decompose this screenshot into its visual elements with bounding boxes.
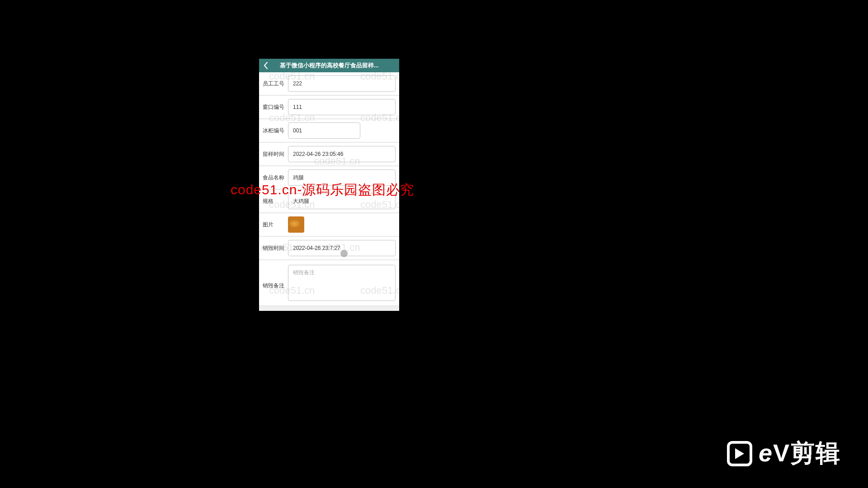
row-image: 图片 (259, 213, 399, 237)
row-food-name: 食品名称 (259, 166, 399, 190)
page-title: 基于微信小程序的高校餐厅食品留样... (273, 61, 399, 70)
input-sample-time[interactable] (288, 146, 396, 162)
row-freezer-no: 冰柜编号 (259, 119, 399, 143)
input-destroy-note[interactable] (288, 265, 396, 301)
input-freezer-no[interactable] (288, 122, 360, 139)
label-window-no: 窗口编号 (263, 103, 288, 111)
row-window-no: 窗口编号 (259, 96, 399, 119)
label-destroy-time: 销毁时间 (263, 244, 288, 252)
food-image-thumbnail[interactable] (288, 216, 304, 233)
chevron-left-icon (264, 62, 268, 69)
input-food-name[interactable] (288, 169, 396, 186)
label-freezer-no: 冰柜编号 (263, 127, 288, 135)
ev-brand-text: eV剪辑 (759, 437, 841, 470)
phone-frame: 基于微信小程序的高校餐厅食品留样... 员工工号 窗口编号 冰柜编号 留样时间 … (259, 59, 399, 311)
app-header: 基于微信小程序的高校餐厅食品留样... (259, 59, 399, 72)
row-spec: 规格 (259, 190, 399, 213)
form-area: 员工工号 窗口编号 冰柜编号 留样时间 食品名称 规格 图片 (259, 72, 399, 306)
ev-editor-logo: eV剪辑 (727, 437, 841, 470)
input-window-no[interactable] (288, 99, 396, 115)
row-employee-id: 员工工号 (259, 72, 399, 96)
label-image: 图片 (263, 221, 288, 229)
input-destroy-time[interactable] (288, 240, 396, 256)
label-spec: 规格 (263, 197, 288, 205)
input-employee-id[interactable] (288, 75, 396, 92)
row-destroy-time: 销毁时间 (259, 237, 399, 260)
label-employee-id: 员工工号 (263, 80, 288, 88)
label-food-name: 食品名称 (263, 174, 288, 182)
row-destroy-note: 销毁备注 (259, 260, 399, 306)
input-spec[interactable] (288, 193, 396, 209)
play-icon (727, 441, 752, 466)
label-destroy-note: 销毁备注 (263, 282, 288, 290)
back-button[interactable] (259, 59, 273, 72)
row-sample-time: 留样时间 (259, 143, 399, 166)
label-sample-time: 留样时间 (263, 150, 288, 158)
